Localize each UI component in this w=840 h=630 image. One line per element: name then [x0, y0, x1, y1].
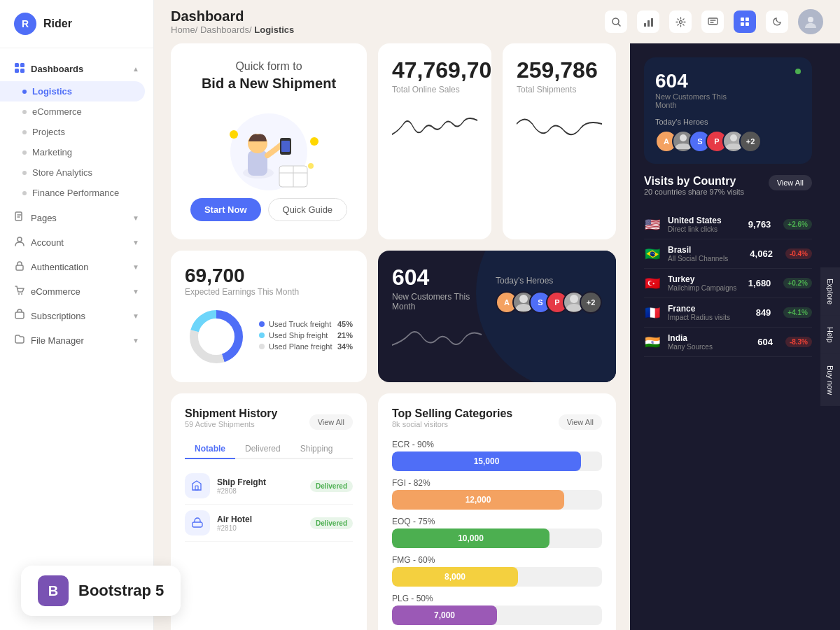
nav-section-ecommerce2[interactable]: eCommerce ▼	[0, 279, 153, 304]
nav-section-subscriptions[interactable]: Subscriptions ▼	[0, 304, 153, 328]
categories-card: Top Selling Categories 8k social visitor…	[378, 393, 616, 630]
topbar-actions	[605, 9, 823, 34]
nav-item-marketing[interactable]: Marketing	[0, 142, 153, 162]
country-source-in: Many Sources	[668, 343, 750, 351]
dashboards-header[interactable]: Dashboards ▲	[0, 57, 153, 81]
categories-title: Top Selling Categories	[392, 407, 512, 420]
second-row: 69,700 Expected Earnings This Month	[171, 251, 616, 382]
svg-point-14	[679, 20, 682, 23]
subscriptions-label: Subscriptions	[31, 311, 85, 321]
svg-rect-13	[651, 18, 653, 27]
svg-rect-11	[644, 23, 646, 27]
nav-item-store-analytics[interactable]: Store Analytics	[0, 162, 153, 183]
nav-label-store-analytics: Store Analytics	[32, 167, 92, 178]
heroes-title: Today's Heroes	[496, 276, 602, 286]
country-source-br: All Social Channels	[668, 255, 743, 262]
earnings-number: 69,700	[185, 265, 353, 287]
dark-mode-button[interactable]	[766, 10, 788, 33]
nav-item-projects[interactable]: Projects	[0, 122, 153, 142]
analytics-button[interactable]	[637, 10, 659, 33]
tab-notable[interactable]: Notable	[185, 440, 235, 459]
svg-rect-12	[648, 20, 650, 27]
country-source-tr: Mailchimp Campaigns	[668, 284, 741, 292]
svg-point-20	[808, 17, 813, 22]
settings-button[interactable]	[669, 10, 692, 33]
svg-point-40	[680, 134, 687, 141]
shipment-subtitle: 59 Active Shipments	[185, 420, 277, 428]
grid-view-button[interactable]	[734, 10, 756, 33]
svg-rect-2	[15, 69, 19, 73]
user-avatar[interactable]	[798, 9, 823, 34]
nav-label-finance-performance: Finance Performance	[32, 188, 119, 198]
side-tab-explore[interactable]: Explore	[820, 267, 840, 316]
side-tab-buy-now[interactable]: Buy now	[820, 354, 840, 406]
svg-rect-1	[20, 63, 24, 67]
sidebar: R Rider Dashboards ▲ Logistics eCommerce	[0, 0, 154, 630]
cat-bar-fmg: 8,000	[392, 567, 518, 587]
nav-item-ecommerce[interactable]: eCommerce	[0, 102, 153, 122]
shipment-status-1: Delivered	[310, 480, 353, 492]
auth-chevron: ▼	[132, 263, 139, 271]
total-sales-card: 47,769,700 Tons Total Online Sales	[378, 43, 491, 239]
customers-label-right: New Customers This Month	[655, 92, 739, 109]
nav-label-ecommerce: eCommerce	[32, 106, 82, 117]
shipment-view-all-button[interactable]: View All	[309, 414, 353, 430]
categories-view-all-button[interactable]: View All	[559, 414, 602, 430]
svg-point-32	[308, 163, 314, 169]
page-title: Dashboard	[171, 8, 294, 24]
filemanager-icon	[14, 334, 25, 347]
nav-section-account[interactable]: Account ▼	[0, 230, 153, 255]
shipment-header: Shipment History 59 Active Shipments Vie…	[185, 407, 353, 437]
donut-chart	[185, 305, 248, 368]
breadcrumb-dashboards: Dashboards/	[200, 24, 252, 35]
nav-section-authentication[interactable]: Authentication ▼	[0, 255, 153, 279]
flag-tr: 🇹🇷	[644, 277, 661, 290]
country-name-us: United States	[668, 216, 741, 225]
top-row: Quick form to Bid a New Shipment	[171, 43, 616, 239]
hero-avatar-more: +2	[580, 291, 602, 314]
country-name-br: Brasil	[668, 245, 743, 255]
heroes-mini: Today's Heroes A S P +2	[655, 118, 801, 153]
quick-guide-button[interactable]: Quick Guide	[268, 198, 348, 221]
cat-label-ecr: ECR - 90%	[392, 440, 602, 449]
main-content: Dashboard Home/ Dashboards/ Logistics	[154, 0, 840, 630]
legend-ship: Used Ship freight 21%	[259, 331, 353, 340]
nav-section-pages[interactable]: Pages ▼	[0, 206, 153, 230]
flag-in: 🇮🇳	[644, 336, 661, 349]
logo-area[interactable]: R Rider	[0, 0, 153, 48]
logo-icon: R	[14, 13, 36, 35]
legend-truck: Used Truck freight 45%	[259, 320, 353, 328]
nav-item-logistics[interactable]: Logistics	[0, 81, 145, 102]
shipment-item-1: Ship Freight #2808 Delivered	[185, 468, 353, 505]
ship-dot	[259, 332, 265, 338]
total-shipments-card: 259,786 Total Shipments	[503, 43, 616, 239]
online-indicator	[795, 69, 801, 74]
start-now-button[interactable]: Start Now	[190, 198, 261, 221]
search-button[interactable]	[605, 10, 627, 33]
customers-card: 604 New Customers This Month	[378, 251, 616, 382]
avatar-stack: A S P +2	[496, 291, 602, 314]
shipment-id-2: #2810	[217, 524, 303, 532]
auth-icon	[14, 260, 25, 274]
shipment-status-2: Delivered	[310, 517, 353, 529]
tab-delivered[interactable]: Delivered	[235, 440, 290, 459]
shipments-chart	[517, 103, 602, 145]
category-ecr: ECR - 90% 15,000	[392, 440, 602, 471]
nav-item-finance-performance[interactable]: Finance Performance	[0, 183, 153, 203]
svg-point-8	[21, 293, 22, 295]
shipment-title: Shipment History	[185, 407, 277, 420]
svg-rect-17	[746, 18, 749, 21]
ship-value: 21%	[337, 331, 353, 340]
side-tab-help[interactable]: Help	[820, 316, 840, 354]
countries-view-all-button[interactable]: View All	[769, 175, 812, 190]
nav-section-filemanager[interactable]: File Manager ▼	[0, 328, 153, 353]
dashboards-chevron: ▲	[132, 65, 139, 73]
tab-shipping[interactable]: Shipping	[290, 440, 343, 459]
country-info-in: India Many Sources	[668, 333, 750, 351]
countries-subtitle: 20 countries share 97% visits	[644, 188, 744, 196]
country-info-tr: Turkey Mailchimp Campaigns	[668, 274, 741, 292]
dot-icon	[22, 90, 27, 94]
messages-button[interactable]	[701, 10, 724, 33]
customers-chart	[392, 317, 482, 359]
svg-rect-9	[15, 312, 24, 318]
